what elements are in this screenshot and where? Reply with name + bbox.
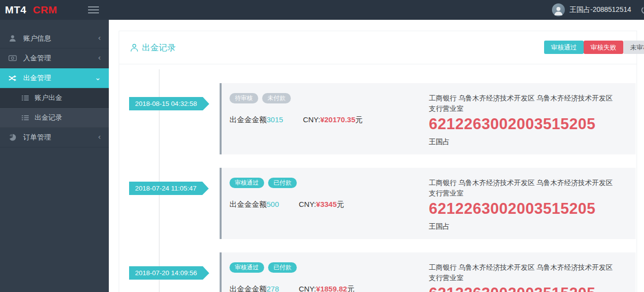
amount-label: 出金金金额 xyxy=(230,200,267,208)
currency-value: ¥1859.82 xyxy=(316,285,347,292)
chevron-left-icon: ‹ xyxy=(98,54,101,62)
sidebar: 账户信息 ‹ 入金管理 ‹ 出金管理 ⌄ xyxy=(0,20,109,292)
sidebar-item-order-management[interactable]: 订单管理 ‹ xyxy=(0,128,109,147)
chevron-down-icon: ⌄ xyxy=(94,74,101,82)
bank-card-number: 6212263002003515205 xyxy=(429,200,626,218)
currency-value: ¥3345 xyxy=(316,200,337,208)
record-left-column: 待审核 未付款 出金金金额3015CNY:¥20170.35元 xyxy=(230,93,429,146)
user-menu[interactable]: 王国占-2088512514 xyxy=(552,0,644,20)
record-card: 审核通过 已付款 出金金金额500CNY:¥3345元 工商银行 乌鲁木齐经济技… xyxy=(220,168,636,239)
withdrawal-submenu: 账户出金 出金记录 xyxy=(0,88,109,128)
amount-label: 出金金金额 xyxy=(230,115,267,124)
bank-name: 工商银行 乌鲁木齐经济技术开发区 乌鲁木齐经济技术开发区 支行营业室 xyxy=(429,262,626,283)
shuffle-icon xyxy=(8,74,17,82)
record-right-column: 工商银行 乌鲁木齐经济技术开发区 乌鲁木齐经济技术开发区 支行营业室 62122… xyxy=(429,178,626,231)
sidebar-item-deposit-management[interactable]: 入金管理 ‹ xyxy=(0,49,109,68)
status-badges: 审核通过 已付款 xyxy=(230,262,429,273)
sidebar-item-label: 账户信息 xyxy=(23,34,51,43)
bank-name: 工商银行 乌鲁木齐经济技术开发区 乌鲁木齐经济技术开发区 支行营业室 xyxy=(429,178,626,198)
list-icon xyxy=(22,114,30,121)
status-badge: 已付款 xyxy=(268,262,297,273)
record-date-badge: 2018-07-20 14:09:56 xyxy=(129,266,203,280)
currency-label: CNY: xyxy=(299,285,316,292)
status-badge: 已付款 xyxy=(268,178,297,188)
amount-label: 出金金金额 xyxy=(230,285,267,292)
status-badge: 待审核 xyxy=(230,93,258,103)
page: MT4 CRM 王国占-2088512514 账户信息 xyxy=(0,0,644,292)
currency-label: CNY: xyxy=(303,115,320,124)
record-card: 待审核 未付款 出金金金额3015CNY:¥20170.35元 工商银行 乌鲁木… xyxy=(220,83,636,154)
record-left-column: 审核通过 已付款 出金金金额500CNY:¥3345元 xyxy=(230,178,429,231)
pie-chart-icon xyxy=(8,134,17,142)
sidebar-subitem-label: 账户出金 xyxy=(35,94,62,102)
list-icon xyxy=(22,95,30,101)
payee-name: 王国占 xyxy=(429,222,626,231)
bank-line1: 工商银行 乌鲁木齐经济技术开发区 乌鲁木齐经济技术开发区 xyxy=(429,93,626,103)
bank-line1: 工商银行 乌鲁木齐经济技术开发区 乌鲁木齐经济技术开发区 xyxy=(429,178,626,188)
status-badge: 审核通过 xyxy=(230,262,264,273)
topbar: MT4 CRM 王国占-2088512514 xyxy=(0,0,644,20)
sidebar-item-withdrawal-management[interactable]: 出金管理 ⌄ xyxy=(0,68,109,88)
record-date-badge: 2018-07-24 11:05:47 xyxy=(129,182,202,195)
sidebar-item-label: 订单管理 xyxy=(23,133,51,142)
status-badge: 未付款 xyxy=(262,93,291,103)
sidebar-item-label: 出金管理 xyxy=(23,74,51,83)
bank-line2: 支行营业室 xyxy=(429,103,626,114)
status-badges: 待审核 未付款 xyxy=(230,93,429,103)
bank-card-number: 6212263002003515205 xyxy=(429,115,626,133)
record-entry: 2018-07-24 11:05:47 审核通过 已付款 出金金金额500CNY… xyxy=(119,168,637,239)
main-content: 出金记录 审核通过 审核失败 未审核 2018-08-15 04:32:58 xyxy=(109,20,644,292)
amount-line: 出金金金额500CNY:¥3345元 xyxy=(230,200,429,209)
payee-name: 王国占 xyxy=(429,138,626,146)
sidebar-item-label: 入金管理 xyxy=(23,54,51,63)
hamburger-menu-icon[interactable] xyxy=(88,4,100,15)
page-title-text: 出金记录 xyxy=(142,42,176,53)
record-left-column: 审核通过 已付款 出金金金额278CNY:¥1859.82元 xyxy=(230,262,429,292)
chevron-left-icon: ‹ xyxy=(98,35,101,42)
sidebar-subitem-withdrawal-records[interactable]: 出金记录 xyxy=(0,108,109,128)
currency-unit: 元 xyxy=(337,200,344,208)
avatar-person-icon xyxy=(553,5,563,15)
sidebar-subitem-account-withdrawal[interactable]: 账户出金 xyxy=(0,88,109,108)
logo-crm: CRM xyxy=(33,4,57,16)
amount-value: 500 xyxy=(267,200,279,208)
avatar xyxy=(552,3,565,16)
amount-value: 3015 xyxy=(267,115,283,124)
filter-approved-button[interactable]: 审核通过 xyxy=(544,41,584,54)
logout-power-icon[interactable] xyxy=(641,5,644,14)
user-icon xyxy=(8,35,17,43)
record-right-column: 工商银行 乌鲁木齐经济技术开发区 乌鲁木齐经济技术开发区 支行营业室 62122… xyxy=(429,93,626,146)
panel-header: 出金记录 审核通过 审核失败 未审核 xyxy=(119,31,637,64)
app-logo: MT4 CRM xyxy=(5,0,57,20)
record-list: 2018-08-15 04:32:58 待审核 未付款 出金金金额3015CNY… xyxy=(119,83,637,292)
status-badge: 审核通过 xyxy=(230,178,264,188)
bank-line2: 支行营业室 xyxy=(429,188,626,198)
bank-card-number: 6212263002003515205 xyxy=(429,285,626,292)
amount-value: 278 xyxy=(267,285,279,292)
banknote-icon xyxy=(8,54,17,62)
bank-name: 工商银行 乌鲁木齐经济技术开发区 乌鲁木齐经济技术开发区 支行营业室 xyxy=(429,93,626,114)
username: 王国占-2088512514 xyxy=(569,5,631,14)
sidebar-item-account-info[interactable]: 账户信息 ‹ xyxy=(0,29,109,49)
sidebar-subitem-label: 出金记录 xyxy=(35,113,62,122)
filter-button-group: 审核通过 审核失败 未审核 xyxy=(544,41,644,54)
currency-unit: 元 xyxy=(355,115,363,124)
record-entry: 2018-08-15 04:32:58 待审核 未付款 出金金金额3015CNY… xyxy=(119,83,637,154)
bank-line2: 支行营业室 xyxy=(429,273,626,283)
amount-line: 出金金金额3015CNY:¥20170.35元 xyxy=(230,115,429,125)
status-badges: 审核通过 已付款 xyxy=(230,178,429,188)
record-date-badge: 2018-08-15 04:32:58 xyxy=(129,97,203,110)
filter-rejected-button[interactable]: 审核失败 xyxy=(584,41,623,54)
logo-mt4: MT4 xyxy=(5,4,27,16)
filter-unreviewed-button[interactable]: 未审核 xyxy=(623,41,644,54)
currency-label: CNY: xyxy=(299,200,316,208)
bank-line1: 工商银行 乌鲁木齐经济技术开发区 乌鲁木齐经济技术开发区 xyxy=(429,262,626,273)
record-entry: 2018-07-20 14:09:56 审核通过 已付款 出金金金额278CNY… xyxy=(119,252,637,292)
record-card: 审核通过 已付款 出金金金额278CNY:¥1859.82元 工商银行 乌鲁木齐… xyxy=(220,252,636,292)
person-outline-icon xyxy=(130,44,138,52)
chevron-left-icon: ‹ xyxy=(98,134,101,141)
currency-value: ¥20170.35 xyxy=(320,115,355,124)
withdrawal-records-panel: 出金记录 审核通过 审核失败 未审核 2018-08-15 04:32:58 xyxy=(119,31,637,292)
currency-unit: 元 xyxy=(347,285,355,292)
page-title: 出金记录 xyxy=(130,42,176,53)
